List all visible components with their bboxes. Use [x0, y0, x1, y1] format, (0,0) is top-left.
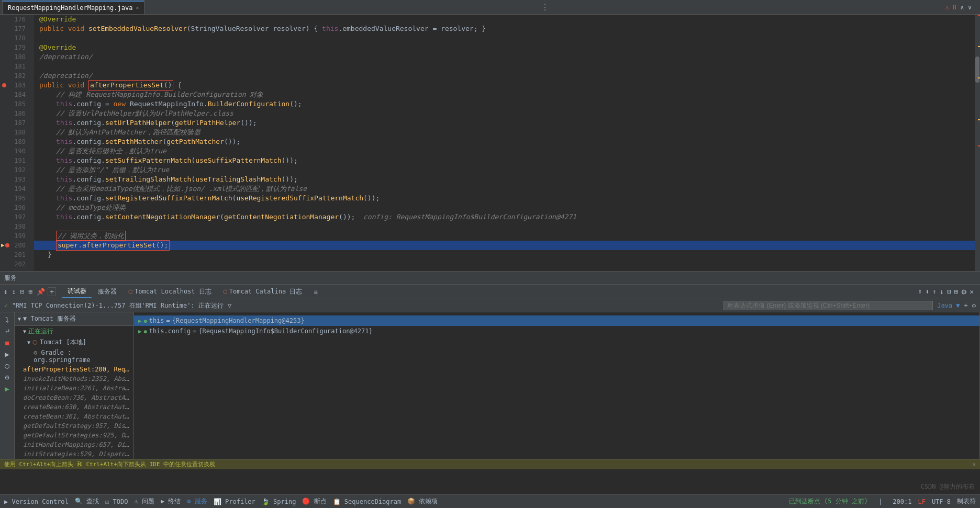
debug-down-btn[interactable]: ⬇ [925, 288, 929, 296]
status-todo[interactable]: ☑ TODO [105, 498, 128, 505]
code-line-200: super.afterPropertiesSet(); [34, 241, 980, 250]
stack-frame-9[interactable]: initStrategies:529, DispatcherServlet (o… [15, 449, 133, 459]
status-breakpoints[interactable]: 🔴 断点 [302, 497, 326, 506]
hint-bar: 使用 Ctrl+Alt+向上箭头 和 Ctrl+Alt+向下箭头从 IDE 中的… [0, 459, 980, 469]
status-spring[interactable]: 🍃 Spring [262, 498, 296, 505]
tomcat-icon-1: ⬡ [128, 289, 133, 295]
stack-frame-8[interactable]: initHandlerMappings:657, DispatcherServl… [15, 440, 133, 449]
debug-settings-btn[interactable]: ⚙ [962, 287, 967, 297]
code-line-196: // mediaType处理类 [34, 203, 980, 212]
vars-panel: ▶ ● this = {RequestMappingHandlerMapping… [134, 312, 980, 459]
tab-more-button[interactable]: ⋮ [541, 2, 549, 12]
status-terminal[interactable]: ▶ 终结 [161, 497, 181, 506]
status-deps[interactable]: 📦 依赖项 [407, 497, 438, 506]
code-line-191: this.config.setSuffixPatternMatch(useSuf… [34, 156, 980, 165]
execution-arrow: ▶ [1, 241, 5, 250]
debug-step-over-btn[interactable]: ⤵ [5, 315, 9, 324]
debug-tab-tomcat-localhost[interactable]: ⬡Tomcat Localhost 日志 [123, 286, 217, 298]
debug-add-btn[interactable]: + [48, 287, 56, 296]
var-config-eq: = [193, 328, 196, 335]
debug-tabs: ↕ ↕ ⊟ ⊞ 📌 + 调试器 服务器 ⬡Tomcat Localhost 日志… [0, 285, 980, 299]
stack-frame-7[interactable]: getDefaultStrategies:925, DispatcherServ… [15, 431, 133, 440]
debug-settings2-btn[interactable]: ⚙ [5, 373, 9, 381]
var-this-name: this [149, 317, 164, 324]
stack-frame-6[interactable]: getDefaultStrategy:957, DispatcherServle… [15, 421, 133, 431]
service-bar: 服务 [0, 271, 980, 285]
status-vc[interactable]: ▶ Version Control [4, 498, 69, 505]
var-config-arrow: ▶ [138, 328, 142, 335]
stack-frame-4[interactable]: createBean:630, AbstractAutowireCapableB… [15, 402, 133, 412]
debug-tab-more[interactable]: ≡ [308, 287, 322, 297]
server-collapse-arrow[interactable]: ▼ [18, 316, 21, 322]
status-encoding: UTF-8 [932, 498, 951, 505]
hint-close-btn[interactable]: ✕ [972, 461, 976, 468]
debug-tab-debugger[interactable]: 调试器 [62, 285, 92, 298]
stack-frames-list: afterPropertiesSet:200, RequestMappingHa… [15, 365, 133, 459]
debug-up2-btn[interactable]: ↑ [932, 288, 937, 296]
status-services[interactable]: ⚙ 服务 [187, 497, 207, 506]
status-tabs: 制表符 [957, 497, 976, 506]
debug-stop-btn[interactable]: ◼ [5, 338, 9, 347]
status-profiler[interactable]: 📊 Profiler [214, 498, 255, 505]
code-line-189: this.config.setPathMatcher(getPathMatche… [34, 137, 980, 146]
var-this-value: {RequestMappingHandlerMapping@4253} [172, 317, 305, 324]
stack-frame-5[interactable]: createBean:361, AbstractAutowireCapableB… [15, 412, 133, 421]
status-lf: LF [918, 498, 925, 505]
rmi-filter-btn[interactable]: ▽ [228, 302, 231, 309]
tomcat-expand-arrow: ▼ [27, 340, 30, 345]
code-line-193: this.config.setTrailingSlashMatch(useTra… [34, 175, 980, 184]
rmi-bar: ✓ "RMI TCP Connection(2)-1...757 在组'RMI … [0, 299, 980, 312]
debug-pin-btn[interactable]: 📌 [35, 288, 47, 296]
frame-5: createBean:361, AbstractAutowireCapableB… [23, 413, 133, 420]
debug-action-sidebar: ⤵ ⤶ ◼ ▶ ◯ ⚙ ▶ [0, 312, 15, 459]
debug-up-btn[interactable]: ⬆ [918, 288, 922, 296]
breadcrumb-text: 已到达断点 (5 分钟 之前) [789, 497, 868, 506]
server-tree-header: ▼ ▼ Tomcat 服务器 [15, 312, 133, 326]
debug-close-btn[interactable]: ✕ [970, 288, 974, 296]
debug-copy-btn[interactable]: ⊡ [947, 288, 951, 296]
eval-settings-btn[interactable]: ⚙ [972, 302, 976, 309]
gradle-row[interactable]: ⚙ Gradle : org.springframe [15, 348, 133, 365]
var-config-row[interactable]: ▶ ● this.config = {RequestMappingInfo$Bu… [134, 326, 979, 336]
code-line-181 [34, 62, 980, 71]
stack-frame-3[interactable]: doCreateBean:736, AbstractAutowireCapabl… [15, 393, 133, 402]
code-line-201: } [34, 250, 980, 259]
frame-3: doCreateBean:736, AbstractAutowireCapabl… [23, 394, 133, 401]
status-seq[interactable]: 📋 SequenceDiagram [333, 498, 402, 505]
tomcat-local-row[interactable]: ▼ ⬡ Tomcat [本地] [15, 337, 133, 348]
var-config-dot: ● [144, 329, 147, 334]
editor-scrollbar[interactable] [975, 15, 980, 271]
code-content: @Override public void setEmbeddedValueRe… [34, 15, 980, 271]
var-this-eq: = [166, 317, 170, 324]
debug-mute-btn[interactable]: ◯ [5, 362, 9, 370]
scrollbar-thumb[interactable] [975, 57, 979, 83]
stack-frame-1[interactable]: invokeInitMethods:2352, AbstractAutowire… [15, 374, 133, 383]
debug-grid-btn[interactable]: ⊞ [954, 288, 959, 296]
server-running-row[interactable]: ▼ 正在运行 [15, 326, 133, 337]
status-search[interactable]: 🔍 查找 [75, 497, 99, 506]
code-line-178 [34, 33, 980, 43]
debug-tab-tomcat-catalina[interactable]: ⬡Tomcat Catalina 日志 [218, 286, 308, 298]
frame-6: getDefaultStrategy:957, DispatcherServle… [23, 422, 133, 430]
stack-frame-0[interactable]: afterPropertiesSet:200, RequestMappingHa… [15, 365, 133, 374]
eval-input[interactable] [723, 301, 933, 310]
debug-down2-btn[interactable]: ↓ [940, 288, 944, 296]
debug-resume-btn[interactable]: ▶ [5, 350, 9, 358]
status-bar: ▶ Version Control 🔍 查找 ☑ TODO ⚠ 问题 ▶ 终结 … [0, 494, 980, 508]
code-line-187: this.config.setUrlPathHelper(getUrlPathH… [34, 118, 980, 128]
stack-frame-2[interactable]: initializeBean:2261, AbstractAutowireCap… [15, 383, 133, 393]
java-lang-selector[interactable]: Java ▼ [937, 302, 960, 309]
debug-sort-btn[interactable]: ⊞ [27, 288, 34, 296]
debug-run-btn[interactable]: ▶ [5, 385, 9, 393]
var-this-row[interactable]: ▶ ● this = {RequestMappingHandlerMapping… [134, 315, 979, 326]
debug-tab-server[interactable]: 服务器 [93, 286, 122, 298]
active-tab[interactable]: RequestMappingHandlerMapping.java ✕ [2, 1, 144, 14]
debug-collapse-btn[interactable]: ↕ [10, 288, 18, 296]
debug-expand-btn[interactable]: ↕ [2, 288, 9, 296]
debug-filter-btn[interactable]: ⊟ [19, 288, 26, 296]
status-problems[interactable]: ⚠ 问题 [134, 497, 154, 506]
tab-close-button[interactable]: ✕ [136, 5, 139, 10]
tomcat-icon-2: ⬡ [223, 289, 228, 295]
eval-add-watch-btn[interactable]: + [964, 302, 968, 309]
debug-step-into-btn[interactable]: ⤶ [4, 327, 10, 335]
